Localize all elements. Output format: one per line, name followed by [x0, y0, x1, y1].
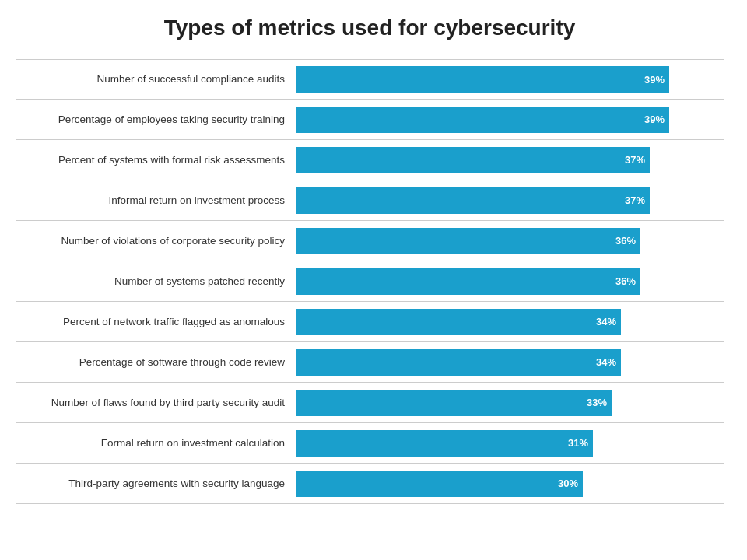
bar-value: 36% [615, 235, 636, 247]
bar: 34% [296, 349, 621, 376]
bar: 37% [296, 187, 650, 214]
bar: 36% [296, 228, 640, 254]
chart-title: Types of metrics used for cybersecurity [164, 16, 576, 40]
bar: 37% [296, 147, 650, 173]
bar: 36% [296, 268, 640, 295]
bar-value: 37% [625, 194, 645, 206]
bar-area: 39% [296, 100, 724, 139]
bar-label: Number of systems patched recently [16, 275, 296, 289]
bar-area: 33% [296, 383, 724, 422]
bar-row: Number of successful compliance audits39… [16, 59, 724, 100]
bar-label: Percent of systems with formal risk asse… [16, 153, 296, 167]
bar-area: 37% [296, 140, 724, 180]
bar-row: Number of violations of corporate securi… [16, 221, 724, 261]
bar-label: Percentage of software through code revi… [16, 355, 296, 369]
bar: 31% [296, 430, 593, 457]
bar-row: Percentage of employees taking security … [16, 100, 724, 140]
bar-label: Number of violations of corporate securi… [16, 234, 296, 248]
bar-row: Number of flaws found by third party sec… [16, 383, 724, 423]
bar-row: Percent of network traffic flagged as an… [16, 302, 724, 342]
bar-row: Formal return on investment calculation3… [16, 423, 724, 464]
bar-value: 33% [587, 397, 607, 408]
bar: 33% [296, 390, 612, 416]
bar-value: 39% [644, 74, 665, 86]
bar-row: Third-party agreements with security lan… [16, 464, 724, 504]
bar-label: Number of flaws found by third party sec… [16, 396, 296, 410]
bar-value: 34% [596, 356, 616, 368]
bar-label: Percentage of employees taking security … [16, 113, 296, 127]
bar-row: Number of systems patched recently36% [16, 261, 724, 302]
bar: 39% [296, 107, 669, 133]
bar-label: Informal return on investment process [16, 194, 296, 208]
bar-area: 31% [296, 423, 724, 463]
bar: 30% [296, 471, 583, 497]
bar-area: 36% [296, 261, 724, 301]
bar-value: 39% [644, 114, 665, 125]
bar-value: 34% [596, 316, 616, 327]
bar-row: Percent of systems with formal risk asse… [16, 140, 724, 180]
bar-label: Third-party agreements with security lan… [16, 477, 296, 491]
bar-label: Percent of network traffic flagged as an… [16, 315, 296, 329]
bar-value: 30% [558, 478, 578, 489]
bar-chart: Number of successful compliance audits39… [16, 59, 724, 504]
bar-row: Informal return on investment process37% [16, 180, 724, 221]
bar-value: 36% [615, 275, 636, 287]
bar: 39% [296, 66, 669, 93]
bar-area: 30% [296, 464, 724, 503]
bar-label: Number of successful compliance audits [16, 72, 296, 86]
bar-row: Percentage of software through code revi… [16, 342, 724, 383]
bar-value: 31% [568, 437, 588, 449]
bar: 34% [296, 309, 621, 335]
bar-label: Formal return on investment calculation [16, 436, 296, 450]
bar-area: 34% [296, 342, 724, 382]
bar-area: 39% [296, 60, 724, 99]
bar-value: 37% [625, 154, 645, 166]
bar-area: 34% [296, 302, 724, 341]
bar-area: 36% [296, 221, 724, 261]
bar-area: 37% [296, 180, 724, 220]
